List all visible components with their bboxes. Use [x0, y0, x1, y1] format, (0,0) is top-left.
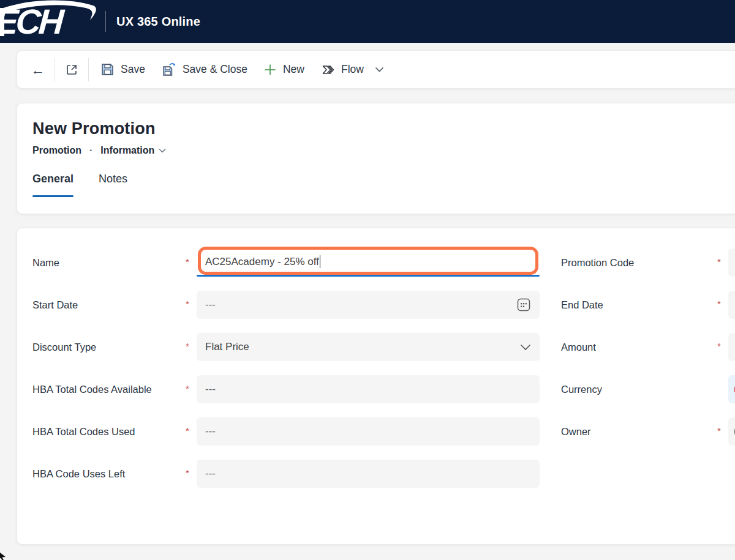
field-row-owner: Owner * [555, 417, 735, 446]
field-row-name: Name * AC25Academy - 25% off [32, 248, 555, 277]
required-marker: * [717, 341, 728, 354]
plus-icon [263, 63, 277, 77]
field-row-discount-type: Discount Type * Flat Price [32, 333, 555, 361]
brand-logo: ECH [0, 0, 103, 43]
required-marker: * [717, 256, 728, 269]
input-name[interactable]: AC25Academy - 25% off [197, 248, 540, 277]
input-hba-total-codes-used[interactable]: --- [197, 417, 540, 446]
input-hba-code-uses-left[interactable]: --- [197, 460, 540, 488]
back-arrow-icon: ← [31, 64, 45, 76]
input-start-date[interactable]: --- [197, 291, 540, 319]
input-value: --- [205, 468, 216, 480]
logo-swoosh-icon [0, 0, 103, 29]
field-label: Name [32, 257, 186, 269]
tab-strip: GeneralNotes [32, 173, 735, 197]
required-marker: * [186, 383, 197, 396]
required-marker: * [186, 425, 197, 438]
required-marker: * [186, 468, 197, 480]
field-row-promotion-code: Promotion Code * [555, 248, 735, 277]
field-row-currency: Currency * [555, 375, 735, 403]
toolbar-divider [55, 58, 55, 81]
input-end-date[interactable] [728, 291, 735, 319]
field-row-hba-total-codes-used: HBA Total Codes Used * --- [32, 417, 555, 446]
field-row-hba-total-codes-available: HBA Total Codes Available * --- [32, 375, 555, 403]
input-promotion-code[interactable] [728, 248, 735, 277]
field-label: Promotion Code [561, 257, 717, 269]
field-label: Currency [561, 384, 717, 395]
required-marker: * [186, 256, 197, 269]
command-bar: ← Save [17, 50, 735, 89]
field-row-hba-code-uses-left: HBA Code Uses Left * --- [32, 460, 555, 488]
required-marker: * [717, 299, 728, 312]
form-selector-label: Information [100, 145, 154, 156]
form-grid: Name * AC25Academy - 25% off Start Date … [32, 248, 735, 502]
input-value: --- [205, 299, 216, 311]
input-value: --- [205, 425, 216, 438]
page-title: New Promotion [32, 119, 735, 138]
field-label: HBA Total Codes Used [32, 426, 186, 438]
flow-icon [320, 62, 335, 77]
new-button[interactable]: New [255, 58, 312, 81]
breadcrumb: Promotion · Information [32, 145, 735, 156]
input-hba-total-codes-available[interactable]: --- [197, 375, 540, 403]
save-label: Save [121, 63, 145, 76]
form-card: Name * AC25Academy - 25% off Start Date … [17, 228, 735, 545]
text-caret [320, 255, 321, 268]
field-label: HBA Total Codes Available [32, 384, 186, 395]
form-column-right: Promotion Code * End Date * Amount * Cur… [555, 248, 735, 502]
flow-button[interactable]: Flow [312, 58, 392, 82]
save-and-close-icon [161, 62, 176, 77]
chevron-down-icon [159, 148, 166, 153]
app-header: ECH UX 365 Online [0, 0, 735, 43]
header-divider [105, 11, 106, 32]
toolbar-divider [88, 58, 89, 81]
save-button[interactable]: Save [92, 58, 153, 81]
field-label: Discount Type [32, 342, 186, 353]
required-marker: * [717, 425, 728, 438]
input-currency[interactable] [728, 375, 735, 403]
new-label: New [283, 63, 304, 76]
field-row-end-date: End Date * [555, 291, 735, 319]
save-icon [100, 62, 115, 77]
form-column-left: Name * AC25Academy - 25% off Start Date … [32, 248, 555, 502]
field-label: End Date [561, 299, 717, 311]
chevron-down-icon [520, 344, 531, 351]
save-and-close-label: Save & Close [183, 63, 247, 76]
input-discount-type[interactable]: Flat Price [197, 333, 540, 361]
input-owner[interactable] [728, 417, 735, 446]
back-button[interactable]: ← [24, 59, 51, 81]
save-and-close-button[interactable]: Save & Close [153, 57, 255, 82]
input-value: Flat Price [205, 341, 249, 353]
input-value: --- [205, 383, 216, 395]
form-selector[interactable]: Information [100, 145, 166, 156]
app-title: UX 365 Online [116, 15, 200, 29]
breadcrumb-separator: · [89, 145, 92, 156]
mouse-cursor [0, 551, 7, 560]
required-marker: * [186, 341, 197, 354]
required-marker: * [186, 299, 197, 312]
input-amount[interactable] [728, 333, 735, 361]
field-row-amount: Amount * [555, 333, 735, 361]
breadcrumb-entity: Promotion [32, 145, 81, 156]
calendar-icon[interactable] [516, 297, 531, 312]
open-in-new-window-icon [65, 63, 78, 77]
field-label: Owner [561, 426, 717, 438]
screen: { "header": { "logo_text": "ECH", "app_t… [0, 0, 735, 560]
popout-button[interactable] [59, 58, 85, 81]
chevron-down-icon [375, 67, 384, 73]
input-value: AC25Academy - 25% off [205, 256, 319, 268]
record-header-card: New Promotion Promotion · Information Ge… [17, 103, 735, 214]
field-row-start-date: Start Date * --- [32, 291, 555, 319]
tab-general[interactable]: General [32, 173, 74, 197]
tab-notes[interactable]: Notes [99, 173, 127, 197]
field-label: HBA Code Uses Left [32, 468, 186, 480]
field-label: Amount [561, 342, 717, 353]
field-label: Start Date [32, 299, 186, 311]
flow-label: Flow [341, 63, 364, 76]
